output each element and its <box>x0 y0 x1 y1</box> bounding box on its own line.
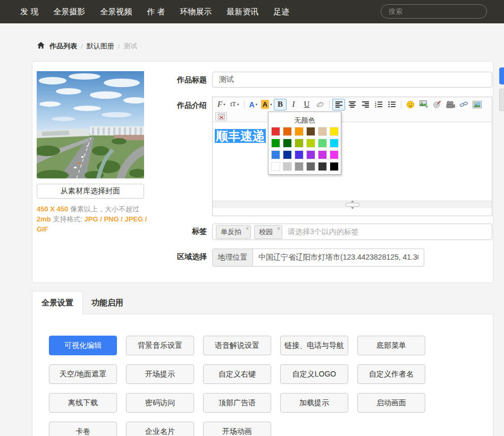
svg-text:3: 3 <box>375 105 376 108</box>
color-swatch[interactable] <box>283 150 292 159</box>
selected-text: 顺丰速递 <box>215 129 266 143</box>
edge-secondary-button[interactable] <box>499 89 504 111</box>
cover-thumbnail[interactable] <box>37 71 144 178</box>
insert-image-icon[interactable] <box>417 99 430 110</box>
unordered-list-icon[interactable] <box>385 99 398 110</box>
work-intro-label: 作品介绍 <box>154 101 207 110</box>
feature-password-access-button[interactable]: 密码访问 <box>126 393 194 413</box>
emoticon-icon[interactable] <box>404 99 417 110</box>
underline-button[interactable]: U <box>300 99 313 110</box>
color-swatch[interactable] <box>295 162 304 171</box>
feature-custom-author-button[interactable]: 自定义作者名 <box>357 364 425 384</box>
color-swatch[interactable] <box>306 162 315 171</box>
select-cover-button[interactable]: 从素材库选择封面 <box>37 184 144 199</box>
editor-statusbar <box>213 201 492 208</box>
color-swatch[interactable] <box>295 150 304 159</box>
rich-text-editor: F▼ tT▼ A▼ A▼ B I U 123 <box>212 97 492 216</box>
nav-item-authors[interactable]: 作 者 <box>147 7 165 17</box>
nav-item-footprints[interactable]: 足迹 <box>273 7 289 17</box>
feature-link-phone-nav-button[interactable]: 链接、电话与导航 <box>280 336 348 355</box>
text-color-button[interactable]: A▼ <box>247 99 260 110</box>
insert-video-icon[interactable] <box>444 99 457 110</box>
tab-feature-enable[interactable]: 功能启用 <box>83 291 132 314</box>
align-right-icon[interactable] <box>359 99 372 110</box>
geo-location-button[interactable]: 地理位置 <box>212 249 253 267</box>
feature-opening-tip-button[interactable]: 开场提示 <box>126 364 194 384</box>
feature-voice-narration-button[interactable]: 语音解说设置 <box>203 336 271 355</box>
feature-card-coupon-button[interactable]: 卡卷 <box>49 422 117 436</box>
color-swatch[interactable] <box>330 150 339 159</box>
align-left-icon[interactable] <box>332 99 345 110</box>
color-swatch[interactable] <box>295 127 304 136</box>
font-family-button[interactable]: F▼ <box>215 99 228 110</box>
geo-location-input[interactable] <box>253 249 424 267</box>
align-center-icon[interactable] <box>346 99 358 110</box>
color-swatch[interactable] <box>271 162 280 171</box>
bold-button[interactable]: B <box>274 99 287 110</box>
highlight-color-button[interactable]: A▼ <box>261 99 273 110</box>
editor-content-area[interactable]: 顺丰速递 <box>213 122 492 201</box>
work-title-input[interactable] <box>212 72 492 88</box>
color-swatch[interactable] <box>318 127 327 136</box>
fullscreen-icon[interactable] <box>215 112 227 121</box>
italic-button[interactable]: I <box>287 99 300 110</box>
feature-bottom-menu-button[interactable]: 底部菜单 <box>357 336 425 355</box>
color-swatch[interactable] <box>318 150 327 159</box>
feature-offline-download-button[interactable]: 离线下载 <box>49 393 117 413</box>
nav-item-discover[interactable]: 发 现 <box>20 7 38 17</box>
remove-tag-icon[interactable]: × <box>246 226 249 232</box>
color-swatch[interactable] <box>318 162 327 171</box>
feature-top-ad-text-button[interactable]: 顶部广告语 <box>203 393 271 413</box>
color-swatch[interactable] <box>330 127 339 136</box>
color-swatch[interactable] <box>318 139 327 148</box>
color-swatch[interactable] <box>295 139 304 148</box>
nav-item-pano-video[interactable]: 全景视频 <box>100 7 132 17</box>
color-swatch[interactable] <box>330 139 339 148</box>
feature-loading-tip-button[interactable]: 加载提示 <box>280 393 348 413</box>
nav-item-pano-photo[interactable]: 全景摄影 <box>53 7 85 17</box>
no-color-option[interactable]: 无颜色 <box>271 114 338 127</box>
feature-row: 天空/地面遮罩 开场提示 自定义右键 自定义LOGO 自定义作者名 <box>49 364 493 384</box>
insert-link-icon[interactable] <box>457 99 470 110</box>
feature-opening-animation-button[interactable]: 开场动画 <box>203 422 271 436</box>
color-swatch[interactable] <box>306 139 315 148</box>
tab-pano-settings[interactable]: 全景设置 <box>32 291 83 314</box>
color-swatch[interactable] <box>271 139 280 148</box>
feature-custom-rightclick-button[interactable]: 自定义右键 <box>203 364 271 384</box>
nav-item-news[interactable]: 最新资讯 <box>226 7 258 17</box>
remove-format-eraser-icon[interactable] <box>314 99 326 110</box>
feature-sky-ground-mask-button[interactable]: 天空/地面遮罩 <box>49 364 117 384</box>
color-swatch[interactable] <box>271 127 280 136</box>
feature-visual-edit-button[interactable]: 可视化编辑 <box>49 336 117 355</box>
color-swatch[interactable] <box>271 150 280 159</box>
color-swatch[interactable] <box>283 139 292 148</box>
ordered-list-icon[interactable]: 123 <box>372 99 385 110</box>
toolbar-separator <box>244 100 245 109</box>
color-swatch[interactable] <box>283 127 292 136</box>
feature-splash-screen-button[interactable]: 启动画面 <box>357 393 425 413</box>
search-input[interactable] <box>381 4 487 19</box>
font-size-button[interactable]: tT▼ <box>229 99 241 110</box>
feature-bg-music-button[interactable]: 背景音乐设置 <box>126 336 194 355</box>
tag-chip: 校园× <box>254 225 282 239</box>
chevron-down-icon: ▼ <box>223 103 226 106</box>
color-swatch[interactable] <box>306 127 315 136</box>
feature-row: 可视化编辑 背景音乐设置 语音解说设置 链接、电话与导航 底部菜单 <box>49 336 493 355</box>
color-swatch[interactable] <box>283 162 292 171</box>
hint-max: 2mb <box>37 215 53 223</box>
color-swatch[interactable] <box>330 162 339 171</box>
breadcrumb-default-album[interactable]: 默认图册 <box>87 41 114 51</box>
main-nav: 发 现 全景摄影 全景视频 作 者 环物展示 最新资讯 足迹 <box>0 7 289 17</box>
breadcrumb-current: 测试 <box>123 41 137 51</box>
editor-resize-grip[interactable] <box>346 203 359 207</box>
nav-item-object-show[interactable]: 环物展示 <box>180 7 212 17</box>
edge-save-button[interactable] <box>499 67 504 84</box>
insert-flash-icon[interactable] <box>431 99 443 110</box>
breadcrumb-works-list[interactable]: 作品列表 <box>49 41 77 51</box>
color-swatch[interactable] <box>306 150 315 159</box>
tags-input[interactable]: 单反拍× 校园× 请选择3个以内的标签 <box>212 224 492 240</box>
remove-tag-icon[interactable]: × <box>277 226 280 232</box>
feature-custom-logo-button[interactable]: 自定义LOGO <box>280 364 348 384</box>
image-manager-icon[interactable] <box>471 99 483 110</box>
feature-business-card-button[interactable]: 企业名片 <box>126 422 194 436</box>
